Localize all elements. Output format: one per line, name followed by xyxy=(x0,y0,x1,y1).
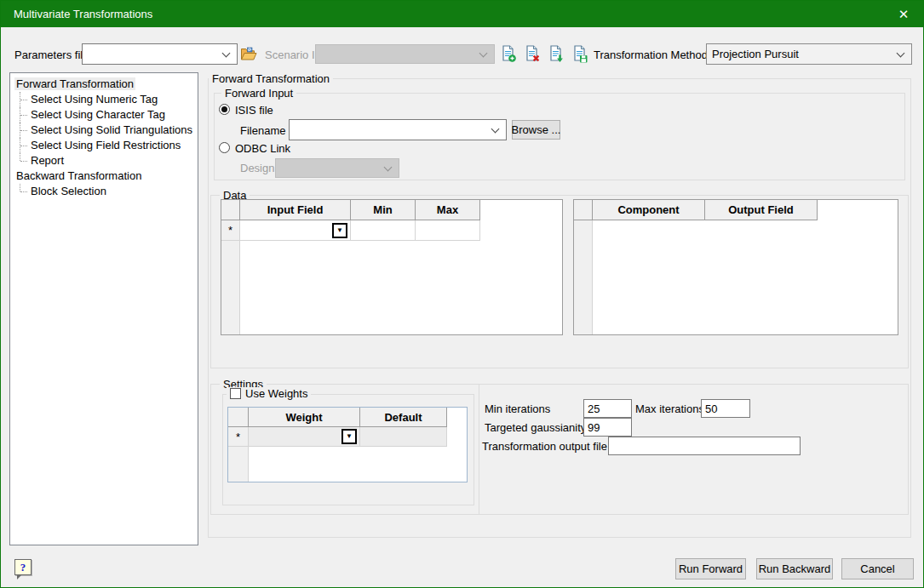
transformation-method-select[interactable]: Projection Pursuit xyxy=(706,43,912,65)
output-field-column-header: Output Field xyxy=(705,200,818,220)
scenario-id-combobox xyxy=(315,44,495,64)
chevron-down-icon xyxy=(222,49,231,57)
corner-header-cell xyxy=(221,200,240,220)
use-weights-label: Use Weights xyxy=(245,387,307,400)
max-iterations-label: Max iterations xyxy=(635,402,704,415)
browse-button[interactable]: Browse ... xyxy=(512,120,560,140)
transformation-method-label: Transformation Method xyxy=(594,49,708,61)
filename-label: Filename xyxy=(240,124,285,137)
min-cell[interactable] xyxy=(351,220,416,241)
tree-item-select-using-character-tag[interactable]: Select Using Character Tag xyxy=(10,107,198,123)
weight-cell: ▼ xyxy=(249,427,360,447)
max-column-header: Max xyxy=(416,200,480,220)
delete-scenario-button[interactable] xyxy=(524,44,541,63)
tree-item-block-selection[interactable]: Block Selection xyxy=(10,184,198,199)
component-column-header: Component xyxy=(593,200,705,220)
help-icon: ? xyxy=(20,561,26,574)
chevron-down-icon xyxy=(491,124,500,133)
tree-item-select-using-numeric-tag[interactable]: Select Using Numeric Tag xyxy=(10,92,198,107)
design-combobox xyxy=(275,158,399,178)
tree-item-report[interactable]: Report xyxy=(10,153,198,168)
new-row-marker-cell: * xyxy=(221,220,240,241)
dropdown-arrow-icon: ▼ xyxy=(346,433,353,440)
corner-header-cell xyxy=(574,200,593,220)
document-delete-icon xyxy=(525,45,541,63)
chevron-down-icon xyxy=(897,49,905,57)
default-cell xyxy=(360,427,447,447)
default-column-header: Default xyxy=(360,408,447,427)
window-title: Multivariate Transformations xyxy=(14,8,152,20)
input-field-dropdown-button[interactable]: ▼ xyxy=(332,223,347,238)
document-save-icon xyxy=(572,45,588,63)
isis-file-label: ISIS file xyxy=(235,104,273,117)
weights-table: Weight Default * ▼ xyxy=(227,407,468,482)
new-row-marker-cell: * xyxy=(228,427,249,447)
import-scenario-button[interactable] xyxy=(548,44,565,63)
transformation-method-value: Projection Pursuit xyxy=(712,48,799,60)
dropdown-arrow-icon: ▼ xyxy=(336,227,343,234)
transformation-output-file-input[interactable] xyxy=(608,437,801,455)
input-field-table: Input Field Min Max * ▼ xyxy=(221,199,563,335)
targeted-gaussianity-label: Targeted gaussianity xyxy=(485,421,586,434)
chevron-down-icon xyxy=(479,49,488,57)
help-button[interactable]: ? xyxy=(14,559,32,575)
tree-item-backward-transformation[interactable]: Backward Transformation xyxy=(10,168,198,184)
open-parameters-file-button[interactable] xyxy=(240,44,257,63)
parameters-file-combobox[interactable] xyxy=(82,43,238,65)
tree-item-select-using-solid-triangulations[interactable]: Select Using Solid Triangulations xyxy=(10,123,198,138)
odbc-link-radio[interactable] xyxy=(219,142,230,153)
navigation-tree: Forward Transformation Select Using Nume… xyxy=(9,72,198,545)
min-iterations-label: Min iterations xyxy=(485,402,550,415)
use-weights-checkbox[interactable] xyxy=(230,388,241,399)
multivariate-transformations-dialog: Multivariate Transformations ✕ Parameter… xyxy=(0,0,924,588)
run-backward-button[interactable]: Run Backward xyxy=(756,558,833,579)
parameters-file-label: Parameters file xyxy=(14,49,89,61)
transformation-output-file-label: Transformation output file xyxy=(482,440,607,453)
settings-divider xyxy=(479,385,479,514)
design-label: Design xyxy=(240,162,274,174)
isis-file-radio[interactable] xyxy=(219,104,230,115)
filename-combobox[interactable] xyxy=(289,119,507,140)
close-icon: ✕ xyxy=(898,7,910,22)
targeted-gaussianity-input[interactable] xyxy=(583,418,632,437)
tree-item-forward-transformation[interactable]: Forward Transformation xyxy=(10,77,198,92)
use-weights-caption: Use Weights xyxy=(227,387,311,400)
output-field-table: Component Output Field xyxy=(573,199,898,335)
max-cell[interactable] xyxy=(416,220,480,241)
odbc-link-label: ODBC Link xyxy=(235,142,290,155)
forward-transformation-group-title: Forward Transformation xyxy=(209,72,333,85)
folder-open-icon xyxy=(240,47,257,61)
cancel-button[interactable]: Cancel xyxy=(841,558,914,579)
scenario-id-label: Scenario ID xyxy=(265,49,323,61)
document-import-icon xyxy=(548,45,565,63)
close-button[interactable]: ✕ xyxy=(884,1,923,27)
input-field-column-header: Input Field xyxy=(240,200,351,220)
titlebar: Multivariate Transformations ✕ xyxy=(1,1,923,27)
max-iterations-input[interactable] xyxy=(701,399,750,418)
chevron-down-icon xyxy=(384,163,393,171)
min-column-header: Min xyxy=(351,200,416,220)
tree-item-select-using-field-restrictions[interactable]: Select Using Field Restrictions xyxy=(10,138,198,153)
save-scenario-button[interactable] xyxy=(571,44,588,63)
weight-column-header: Weight xyxy=(249,408,360,427)
run-forward-button[interactable]: Run Forward xyxy=(675,558,746,579)
min-iterations-input[interactable] xyxy=(583,399,632,418)
corner-header-cell xyxy=(228,408,249,427)
input-field-cell[interactable]: ▼ xyxy=(240,220,351,241)
new-scenario-button[interactable] xyxy=(500,44,517,63)
weight-dropdown-button[interactable]: ▼ xyxy=(341,429,357,444)
forward-input-group-title: Forward Input xyxy=(221,87,296,100)
document-add-icon xyxy=(501,45,517,63)
